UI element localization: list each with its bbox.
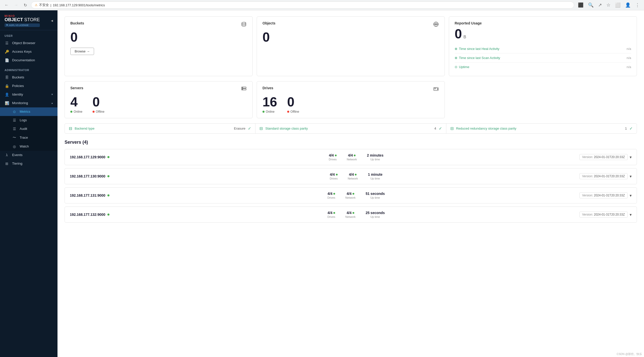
expand-server-1-button[interactable]: ▾ (630, 155, 632, 160)
uptime-value: n/a (627, 65, 631, 69)
servers-online-count: 4 (70, 95, 82, 108)
sidebar-item-identity[interactable]: 👤 Identity ▾ (0, 90, 57, 99)
network-label: Network (347, 158, 357, 161)
sidebar-item-label: Identity (12, 93, 48, 96)
version-label: Version: (582, 194, 594, 197)
uptime-label: ⊙ Uptime (455, 65, 469, 69)
usage-title: Reported Usage (455, 21, 482, 25)
sidebar-item-audit[interactable]: ☰ Audit (0, 125, 57, 133)
address-bar[interactable]: ⚠ 不安全 | 192.168.177.129:9001/tools/metri… (31, 2, 574, 9)
server-4-version: Version: 2024-01-31T20:20:33Z ▾ (579, 212, 632, 218)
network-value: 4/4 (347, 153, 357, 157)
sidebar-item-label: Policies (12, 84, 53, 88)
drives-label: Drives (327, 215, 335, 218)
server-4-uptime: 25 seconds Up time (366, 211, 385, 218)
expand-server-2-button[interactable]: ▾ (630, 174, 632, 179)
sidebar-item-trace[interactable]: 〜 Trace (0, 133, 57, 142)
search-btn[interactable]: 🔍 (587, 2, 595, 8)
sidebar-item-policies[interactable]: 🔒 Policies (0, 82, 57, 90)
version-value: 2024-01-31T20:20:33Z (594, 213, 625, 216)
version-label: Version: (582, 155, 594, 159)
url-separator: | (50, 3, 51, 7)
security-warning-text: 不安全 (39, 3, 49, 7)
server-address: 192.168.177.132:9000 (70, 213, 105, 217)
drives-online-stat: 16 Online (262, 95, 277, 113)
version-badge: Version: 2024-01-31T20:20:33Z (579, 154, 628, 160)
profile-btn[interactable]: 👤 (624, 2, 632, 8)
reload-button[interactable]: ↻ (22, 2, 28, 8)
server-address: 192.168.177.131:9000 (70, 193, 105, 197)
server-row: 192.168.177.130:9000 4/4 Drives (65, 168, 637, 184)
svg-point-0 (242, 22, 246, 24)
server-drives-row: Servers 4 (65, 81, 637, 118)
sidebar-item-object-browser[interactable]: ☰ Object Browser (0, 39, 57, 47)
network-value: 4/4 (348, 172, 358, 176)
servers-offline-label: Offline (96, 110, 104, 113)
back-button[interactable]: ← (3, 2, 10, 8)
uptime-row: ⊙ Uptime n/a (455, 63, 631, 71)
sidebar-item-monitoring[interactable]: 📊 Monitoring ▴ (0, 99, 57, 107)
server-4-stats: 4/4 Drives 4/4 Network (133, 211, 579, 218)
logo-object-store-text: OBJECT STORE (5, 17, 40, 22)
sidebar-item-metrics[interactable]: ⊙ Metrics (0, 107, 57, 116)
server-3-network: 4/4 Network (345, 192, 356, 199)
license-icon: ⚑ (6, 24, 8, 26)
monitoring-icon: 📊 (5, 101, 9, 105)
version-label: Version: (582, 213, 594, 216)
drives-title: Drives (262, 86, 273, 90)
drives-online-count: 16 (262, 95, 277, 108)
sidebar-collapse-button[interactable]: ◂ (51, 18, 53, 23)
watch-icon: ◎ (12, 144, 17, 148)
expand-server-4-button[interactable]: ▾ (630, 212, 632, 217)
sidebar-item-watch[interactable]: ◎ Watch (0, 142, 57, 151)
online-dot (70, 111, 72, 113)
network-label: Network (345, 215, 356, 218)
usage-value: 0 (455, 27, 462, 40)
servers-card-header: Servers (70, 86, 247, 93)
heal-icon: ⊗ (455, 47, 457, 51)
browse-button[interactable]: Browse → (70, 48, 94, 55)
server-3-version: Version: 2024-01-31T20:20:33Z ▾ (579, 192, 632, 198)
buckets-icon: 🗄 (5, 75, 9, 79)
drives-online-indicator: Online (262, 110, 277, 113)
drives-value: 4/4 (327, 192, 335, 196)
server-status-dot (107, 156, 109, 158)
trace-icon: 〜 (12, 135, 17, 140)
version-badge: Version: 2024-01-31T20:20:33Z (579, 192, 628, 198)
documentation-icon: 📄 (5, 58, 9, 62)
monitoring-chevron-icon: ▴ (51, 101, 53, 105)
heal-activity-value: n/a (627, 47, 631, 51)
expand-server-3-button[interactable]: ▾ (630, 193, 632, 198)
tab-btn[interactable]: ⬜ (614, 2, 622, 8)
share-btn[interactable]: ↗ (597, 2, 603, 8)
standard-parity-icon: ⊟ (259, 126, 263, 131)
sidebar-item-documentation[interactable]: 📄 Documentation (0, 56, 57, 65)
bookmark-btn[interactable]: ☆ (605, 2, 612, 8)
servers-offline-indicator: Offline (93, 110, 104, 113)
metrics-icon: ⊙ (12, 110, 17, 114)
drives-offline-indicator: Offline (287, 110, 299, 113)
drives-label: Drives (327, 196, 335, 199)
app-container: MINIO OBJECT STORE ⚑ AGPL V3 LICENSE ◂ U… (0, 10, 644, 357)
server-address: 192.168.177.129:9000 (70, 155, 105, 159)
sidebar-item-tiering[interactable]: ⊞ Tiering (0, 159, 57, 168)
servers-online-indicator: Online (70, 110, 82, 113)
sidebar-item-buckets[interactable]: 🗄 Buckets (0, 73, 57, 82)
browser-actions: ⬛ 🔍 ↗ ☆ ⬜ 👤 ⋮ (577, 2, 641, 8)
reported-usage-card: Reported Usage 0 B ⊗ Time since last Hea… (449, 16, 637, 76)
sidebar-item-events[interactable]: λ Events (0, 151, 57, 159)
buckets-card-icon (241, 21, 247, 28)
usage-unit: B (463, 35, 466, 39)
sidebar-item-label: Tiering (12, 162, 53, 165)
sidebar-item-logs[interactable]: ☰ Logs (0, 116, 57, 125)
sidebar-item-access-keys[interactable]: 🔑 Access Keys (0, 47, 57, 56)
forward-button[interactable]: → (13, 2, 20, 8)
server-3-uptime: 51 seconds Up time (366, 192, 385, 199)
objects-card: Objects 0 (257, 16, 445, 76)
network-status-dot (353, 193, 354, 195)
server-1-version: Version: 2024-01-31T20:20:33Z ▾ (579, 154, 632, 160)
sidebar-item-label: Documentation (12, 58, 53, 62)
menu-btn[interactable]: ⋮ (634, 2, 641, 8)
server-1-stats: 4/4 Drives 4/4 Network (133, 153, 579, 161)
screen-capture-btn[interactable]: ⬛ (577, 2, 585, 8)
